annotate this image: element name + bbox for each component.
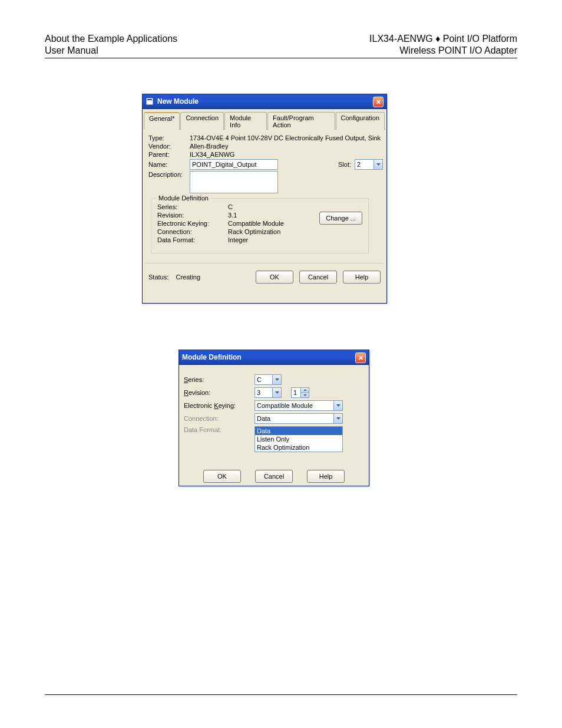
app-icon — [146, 97, 154, 106]
name-label: Name: — [148, 161, 190, 168]
svg-marker-4 — [275, 391, 279, 394]
md-series-value: C — [228, 203, 233, 210]
keying-label: Electronic Keying: — [184, 402, 254, 409]
slot-value: 2 — [357, 161, 361, 168]
parent-value: ILX34_AENWG — [190, 151, 234, 158]
connection-value: Data — [257, 415, 270, 422]
header-left: About the Example Applications User Manu… — [45, 33, 177, 57]
md-dataformat-value: Integer — [228, 236, 248, 243]
series-label: Series: — [184, 376, 254, 383]
dataformat-label: Data Format: — [184, 426, 254, 433]
close-icon[interactable]: ✕ — [373, 97, 384, 107]
revision-major-select[interactable]: 3 — [254, 387, 282, 398]
cancel-button[interactable]: Cancel — [255, 470, 293, 483]
ok-button[interactable]: OK — [256, 271, 293, 284]
header-left-line2: User Manual — [45, 45, 177, 57]
status-row: Status: Creating OK Cancel Help — [143, 267, 386, 287]
revision-major-value: 3 — [257, 389, 260, 396]
page-footer — [45, 694, 517, 695]
status-label: Status: — [148, 274, 168, 281]
svg-rect-0 — [146, 98, 153, 105]
header-right: ILX34-AENWG ♦ Point I/O Platform Wireles… — [369, 33, 517, 57]
description-input[interactable] — [190, 171, 278, 193]
dialog-title: New Module — [157, 94, 199, 108]
change-button[interactable]: Change ... — [319, 212, 362, 225]
type-value: 1734-OV4E 4 Point 10V-28V DC Electronica… — [190, 134, 381, 141]
svg-marker-5 — [303, 389, 307, 391]
dataformat-option-listen-only[interactable]: Listen Only — [255, 435, 342, 443]
series-value: C — [257, 376, 262, 383]
help-button[interactable]: Help — [343, 271, 381, 284]
status-value: Creating — [176, 274, 200, 281]
svg-marker-8 — [336, 417, 340, 420]
spinner-down-icon[interactable] — [301, 393, 309, 398]
svg-marker-6 — [303, 394, 307, 396]
module-definition-legend: Module Definition — [156, 195, 211, 202]
md-revision-value: 3.1 — [228, 212, 237, 219]
chevron-down-icon — [333, 401, 342, 410]
title-bar[interactable]: Module Definition ✕ — [179, 350, 369, 365]
md-dataformat-label: Data Format: — [157, 236, 228, 243]
md-revision-label: Revision: — [157, 212, 228, 219]
header-left-line1: About the Example Applications — [45, 33, 177, 45]
type-label: Type: — [148, 134, 190, 141]
parent-label: Parent: — [148, 151, 190, 158]
vendor-value: Allen-Bradley — [190, 143, 228, 150]
md-keying-value: Compatible Module — [228, 220, 284, 227]
md-keying-label: Electronic Keying: — [157, 220, 228, 227]
description-label: Description: — [148, 171, 190, 178]
general-tab-panel: Type: 1734-OV4E 4 Point 10V-28V DC Elect… — [143, 130, 386, 259]
tab-connection[interactable]: Connection — [180, 112, 224, 130]
md-series-label: Series: — [157, 203, 228, 210]
svg-marker-2 — [376, 163, 381, 166]
chevron-down-icon — [333, 414, 342, 423]
revision-label: Revision: — [184, 389, 254, 396]
tab-configuration[interactable]: Configuration — [336, 112, 385, 130]
module-definition-panel: Series: C Revision: 3 1 Electronic Ke — [179, 365, 369, 489]
dataformat-option-rack-opt[interactable]: Rack Optimization — [255, 443, 342, 452]
dataformat-option-data[interactable]: Data — [255, 427, 342, 435]
connection-label: Connection: — [184, 415, 254, 422]
cancel-button[interactable]: Cancel — [299, 271, 337, 284]
chevron-down-icon — [272, 388, 281, 397]
page-header: About the Example Applications User Manu… — [45, 33, 517, 58]
svg-marker-7 — [336, 404, 340, 407]
keying-value: Compatible Module — [257, 402, 313, 409]
tab-general[interactable]: General* — [144, 112, 180, 130]
svg-rect-1 — [147, 99, 152, 100]
svg-marker-3 — [275, 378, 279, 381]
revision-minor-value: 1 — [292, 388, 300, 397]
chevron-down-icon — [373, 160, 382, 169]
series-select[interactable]: C — [254, 374, 282, 385]
spinner-up-icon[interactable] — [301, 388, 309, 393]
chevron-down-icon — [272, 375, 281, 384]
connection-select[interactable]: Data — [254, 413, 343, 424]
md-connection-value: Rack Optimization — [228, 228, 280, 235]
md-connection-label: Connection: — [157, 228, 228, 235]
header-right-line1: ILX34-AENWG ♦ Point I/O Platform — [369, 33, 517, 45]
close-icon[interactable]: ✕ — [355, 353, 366, 363]
title-bar[interactable]: New Module ✕ — [143, 94, 386, 109]
new-module-dialog: New Module ✕ General* Connection Module … — [142, 94, 387, 304]
name-input[interactable] — [190, 159, 278, 170]
tab-module-info[interactable]: Module Info — [224, 112, 267, 130]
module-definition-dialog: Module Definition ✕ Series: C Revision: … — [178, 350, 369, 486]
vendor-label: Vendor: — [148, 143, 190, 150]
slot-select[interactable]: 2 — [355, 159, 383, 170]
module-definition-group: Module Definition Series:C Revision:3.1 … — [151, 198, 369, 253]
separator — [145, 263, 384, 263]
slot-label: Slot: — [338, 161, 351, 168]
ok-button[interactable]: OK — [203, 470, 241, 483]
tab-fault-action[interactable]: Fault/Program Action — [267, 112, 335, 130]
revision-minor-spinner[interactable]: 1 — [291, 387, 309, 398]
tab-strip: General* Connection Module Info Fault/Pr… — [144, 111, 385, 130]
dialog-title: Module Definition — [182, 350, 242, 364]
help-button[interactable]: Help — [307, 470, 345, 483]
keying-select[interactable]: Compatible Module — [254, 400, 343, 411]
header-right-line2: Wireless POINT I/O Adapter — [369, 45, 517, 57]
dataformat-select-open[interactable]: Data Listen Only Rack Optimization — [254, 426, 343, 452]
